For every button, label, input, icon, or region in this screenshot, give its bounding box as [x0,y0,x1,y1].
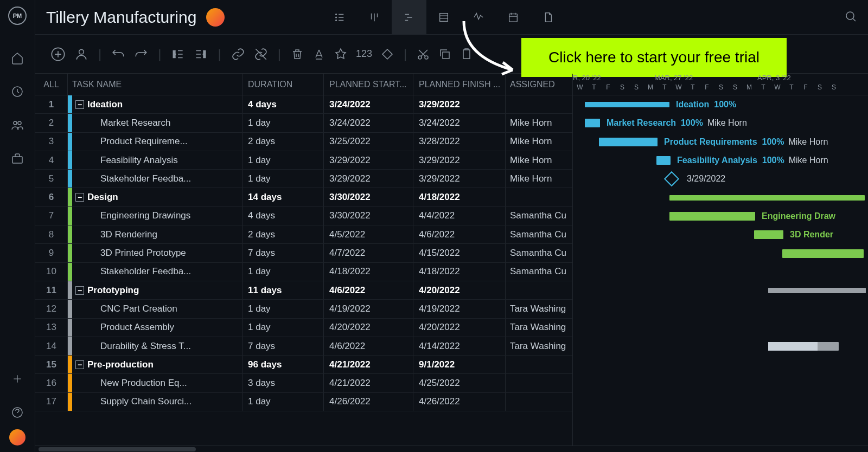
collapse-icon[interactable]: − [75,286,84,295]
horizontal-scrollbar[interactable] [35,445,868,452]
clock-icon[interactable] [10,85,24,99]
svg-point-2 [18,121,21,125]
gantt-bar[interactable] [768,342,839,351]
collapse-icon[interactable]: − [75,360,84,369]
gantt-row[interactable]: Ideation 100% [573,95,868,114]
dashboard-view-tab[interactable] [461,0,496,34]
svg-rect-3 [12,157,22,163]
gantt-chart: R, 20 '22MAR, 27 '22APR, 3 '22 WTFSSMTWT… [572,74,868,452]
gantt-bar[interactable] [585,119,600,127]
project-owner-avatar[interactable] [206,8,225,27]
calendar-view-tab[interactable] [496,0,531,34]
text-style-icon[interactable] [312,48,326,61]
gantt-row[interactable]: 3/29/2022 [573,170,868,188]
table-row[interactable]: 15−Pre-production96 days4/21/20229/1/202… [35,356,572,374]
tool-number: 123 [356,48,372,60]
table-row[interactable]: 4Feasibility Analysis1 day3/29/20223/29/… [35,151,572,170]
files-view-tab[interactable] [531,0,565,34]
gantt-bar[interactable] [768,288,866,293]
gantt-row[interactable] [573,374,868,392]
gantt-bar[interactable] [585,102,669,107]
gantt-row[interactable] [573,337,868,356]
cta-button[interactable]: Click here to start your free trial [521,38,787,77]
svg-point-10 [846,12,854,20]
svg-rect-9 [509,14,518,22]
table-row[interactable]: 5Stakeholder Feedba...1 day3/29/20223/29… [35,170,572,188]
gantt-bar[interactable] [656,156,671,165]
gantt-row[interactable]: Engineering Draw [573,207,868,225]
gantt-row[interactable]: Product Requirements 100%Mike Horn [573,133,868,151]
gantt-row[interactable]: 3D Render [573,225,868,244]
svg-point-12 [79,49,84,54]
home-icon[interactable] [10,51,24,65]
help-icon[interactable] [10,405,24,419]
team-icon[interactable] [10,118,24,132]
list-view-tab[interactable] [322,0,357,34]
gantt-view-tab[interactable] [392,0,426,34]
gantt-row[interactable] [573,393,868,411]
table-row[interactable]: 3Product Requireme...2 days3/25/20223/28… [35,133,572,151]
col-start[interactable]: PLANNED START... [324,74,413,95]
add-task-icon[interactable] [50,47,66,62]
table-row[interactable]: 11−Prototyping11 days4/6/20224/20/2022 [35,281,572,300]
collapse-icon[interactable]: − [75,100,84,109]
table-row[interactable]: 7Engineering Drawings4 days3/30/20224/4/… [35,207,572,225]
gantt-bar[interactable] [754,230,783,239]
table-row[interactable]: 12CNC Part Creation1 day4/19/20224/19/20… [35,300,572,318]
collapse-icon[interactable]: − [75,193,84,202]
cut-icon[interactable] [417,48,430,61]
assign-icon[interactable] [74,47,88,61]
indent-icon[interactable] [194,47,208,61]
gantt-row[interactable] [573,281,868,300]
table-row[interactable]: 13Product Assembly1 day4/20/20224/20/202… [35,319,572,337]
milestone-icon[interactable] [381,48,394,61]
grid-header: ALL TASK NAME DURATION PLANNED START... … [35,74,572,95]
board-view-tab[interactable] [357,0,392,34]
gantt-bar[interactable] [669,195,865,201]
highlight-icon[interactable] [334,48,347,61]
briefcase-icon[interactable] [10,152,24,166]
gantt-row[interactable] [573,188,868,206]
gantt-row[interactable]: Market Research 100%Mike Horn [573,114,868,132]
user-avatar[interactable] [9,429,25,445]
gantt-row[interactable] [573,263,868,281]
table-row[interactable]: 83D Rendering2 days4/5/20224/6/2022Saman… [35,225,572,244]
link-icon[interactable] [231,47,245,61]
svg-rect-15 [443,52,449,59]
gantt-row[interactable] [573,300,868,318]
table-row[interactable]: 93D Printed Prototype7 days4/7/20224/15/… [35,244,572,262]
paste-icon[interactable] [460,48,473,61]
gantt-row[interactable] [573,244,868,262]
svg-point-7 [336,20,337,21]
search-icon[interactable] [844,10,857,25]
app-logo[interactable]: PM [8,7,27,25]
col-finish[interactable]: PLANNED FINISH ... [413,74,506,95]
undo-icon[interactable] [111,47,125,61]
outdent-icon[interactable] [171,47,185,61]
milestone-marker[interactable] [664,171,679,186]
gantt-bar[interactable] [599,138,658,146]
table-row[interactable]: 14Durability & Stress T...7 days4/6/2022… [35,337,572,356]
gantt-row[interactable]: Feasibility Analysis 100%Mike Horn [573,151,868,170]
unlink-icon[interactable] [254,47,268,61]
delete-icon[interactable] [291,48,304,61]
gantt-bar[interactable] [782,249,864,258]
col-name[interactable]: TASK NAME [68,74,242,95]
add-icon[interactable] [10,372,24,386]
col-duration[interactable]: DURATION [242,74,324,95]
table-row[interactable]: 16New Production Eq...3 days4/21/20224/2… [35,374,572,392]
left-sidebar: PM [0,0,35,452]
svg-rect-8 [440,13,448,21]
table-row[interactable]: 1−Ideation4 days3/24/20223/29/2022 [35,95,572,114]
sheet-view-tab[interactable] [426,0,461,34]
copy-icon[interactable] [438,48,451,61]
table-row[interactable]: 17Supply Chain Sourci...1 day4/26/20224/… [35,393,572,411]
redo-icon[interactable] [134,47,148,61]
col-all[interactable]: ALL [35,74,68,95]
gantt-bar[interactable] [669,212,755,221]
table-row[interactable]: 10Stakeholder Feedba...1 day4/18/20224/1… [35,263,572,281]
gantt-row[interactable] [573,356,868,374]
gantt-row[interactable] [573,319,868,337]
table-row[interactable]: 2Market Research1 day3/24/20223/24/2022M… [35,114,572,132]
table-row[interactable]: 6−Design14 days3/30/20224/18/2022 [35,188,572,206]
